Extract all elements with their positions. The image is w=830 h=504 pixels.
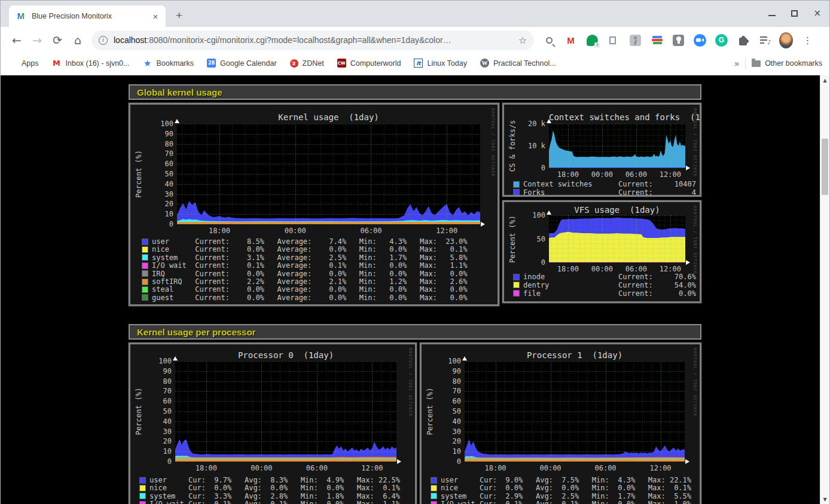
legend-text: softIRQ Current: 2.2% Average: 2.1% Min:… xyxy=(152,277,467,286)
bookmark-item-cal[interactable]: 28Google Calendar xyxy=(207,59,277,68)
x-tick-label: 18:00 xyxy=(209,227,230,235)
lt-icon: lt xyxy=(414,59,423,68)
browser-tab[interactable]: M Blue Precision Monitorix × xyxy=(9,5,166,27)
legend-text: inode Current: 70.6% xyxy=(523,273,696,281)
y-tick-label: 60 xyxy=(145,160,173,168)
legend-row: I/O wait Cur: 0.1% Avg: 0.1% Min: 0.0% M… xyxy=(140,500,400,504)
legend-row: nice Cur: 0.0% Avg: 0.0% Min: 0.0% Max: … xyxy=(431,484,691,492)
close-window-icon[interactable]: × xyxy=(813,8,821,19)
legend-swatch-irq xyxy=(142,271,148,276)
minimize-icon[interactable] xyxy=(768,15,776,16)
other-bookmarks-button[interactable]: Other bookmarks xyxy=(752,59,822,68)
window-controls: × xyxy=(768,8,821,19)
scroll-up-icon[interactable]: ▲ xyxy=(820,78,829,83)
legend-swatch-i-o-wait xyxy=(142,263,148,268)
legend-text: file Current: 0.0% xyxy=(523,289,696,298)
maximize-icon[interactable] xyxy=(791,10,798,17)
legend-row: nice Current: 0.0% Average: 0.0% Min: 0.… xyxy=(142,245,467,253)
graph-processor-0[interactable]: Processor 0 (1day)RRDTOOL / TOBI OETIKER… xyxy=(129,343,417,504)
y-tick-label: 20 k xyxy=(517,120,545,128)
puzzle-icon[interactable] xyxy=(736,33,750,47)
y-tick-label: 10 xyxy=(432,447,461,456)
chart-title: VFS usage (1day) xyxy=(549,205,685,215)
lamp-icon[interactable] xyxy=(672,33,685,47)
legend-swatch-file xyxy=(514,291,519,296)
x-tick-label: 00:00 xyxy=(539,464,561,472)
back-icon[interactable]: ← xyxy=(7,33,27,47)
wp-icon: W xyxy=(480,59,489,68)
divider xyxy=(745,58,746,69)
bookmark-item-cw[interactable]: CWComputerworld xyxy=(337,59,401,68)
forward-icon[interactable]: → xyxy=(27,33,47,47)
x-tick-label: 12:00 xyxy=(660,170,681,179)
scrollbar-thumb[interactable] xyxy=(822,139,828,195)
scroll-down-icon[interactable]: ▼ xyxy=(820,497,829,502)
star-icon: ★ xyxy=(143,59,152,68)
plot-area[interactable] xyxy=(549,215,685,262)
plot-area[interactable] xyxy=(549,124,685,168)
y-tick-label: 0 xyxy=(432,457,461,466)
legend-swatch-nice xyxy=(140,485,145,491)
bookmark-item-apps[interactable]: Apps xyxy=(8,59,39,68)
rrdtool-credit: RRDTOOL / TOBI OETIKER xyxy=(692,108,697,177)
zoom-icon[interactable] xyxy=(693,33,707,47)
y-tick-label: 70 xyxy=(432,387,461,395)
y-tick-label: 100 xyxy=(143,357,172,365)
y-tick-label: 10 k xyxy=(517,142,545,150)
home-icon[interactable]: ⌂ xyxy=(68,33,88,47)
y-tick-label: 0 xyxy=(143,457,172,466)
y-tick-label: 60 xyxy=(432,397,461,405)
voice-icon[interactable] xyxy=(585,33,599,47)
legend-swatch-system xyxy=(140,493,145,499)
bookmark-label: Linux Today xyxy=(427,59,467,68)
x-axis-arrow-icon xyxy=(685,459,689,464)
recorder-icon[interactable] xyxy=(628,33,642,47)
avatar-icon[interactable] xyxy=(779,33,793,47)
legend-text: dentry Current: 54.0% xyxy=(523,281,696,289)
legend-row: user Current: 8.5% Average: 7.4% Min: 4.… xyxy=(142,237,467,246)
bookmark-item-lt[interactable]: ltLinux Today xyxy=(414,59,467,68)
bookmark-star-icon[interactable]: ☆ xyxy=(518,35,527,46)
plot-area[interactable] xyxy=(177,124,480,224)
y-tick-label: 20 xyxy=(432,437,461,445)
bookmark-item-zdnet[interactable]: zZDNet xyxy=(290,59,324,68)
graph-context-switches-forks[interactable]: Context switches and forks (1day)RRDTOOL… xyxy=(502,103,701,197)
grammarly-icon[interactable]: G xyxy=(715,33,728,47)
playlist-icon[interactable]: ♪ xyxy=(758,33,771,47)
tab-close-icon[interactable]: × xyxy=(150,11,161,22)
graph-vfs-usage[interactable]: VFS usage (1day)RRDTOOL / TOBI OETIKERPe… xyxy=(502,200,701,303)
reload-icon[interactable]: ⟳ xyxy=(47,33,68,47)
extension-area: MG♪⋮ xyxy=(542,33,814,47)
legend-text: I/O wait Cur: 0.1% Avg: 0.1% Min: 0.0% M… xyxy=(441,500,691,504)
plot-area[interactable] xyxy=(465,361,685,462)
x-axis-arrow-icon xyxy=(397,459,401,464)
y-tick-label: 50 xyxy=(143,407,172,416)
x-tick-label: 18:00 xyxy=(484,464,506,472)
page-info-icon[interactable]: i xyxy=(99,36,108,45)
plot-area[interactable] xyxy=(175,361,396,462)
url-text[interactable]: localhost:8080/monitorix-cgi/monitorix.c… xyxy=(114,35,518,45)
gmail-icon[interactable]: M xyxy=(564,33,578,47)
graph-kernel-usage[interactable]: Kernel usage (1day)RRDTOOL / TOBI OETIKE… xyxy=(129,103,499,306)
x-tick-label: 06:00 xyxy=(625,170,647,179)
graph-processor-1[interactable]: Processor 1 (1day)RRDTOOL / TOBI OETIKER… xyxy=(420,343,701,504)
new-tab-button[interactable]: + xyxy=(176,10,182,22)
books-icon[interactable] xyxy=(650,33,664,47)
scrollbar[interactable]: ▲ ▼ xyxy=(820,75,829,504)
x-tick-label: 18:00 xyxy=(557,170,579,179)
bookmarks-overflow-icon[interactable]: » xyxy=(734,59,739,68)
bookmark-item-star[interactable]: ★Bookmarks xyxy=(143,59,194,68)
cal-icon: 28 xyxy=(207,59,216,68)
legend-swatch-inode xyxy=(514,274,519,280)
url-bar[interactable]: i localhost:8080/monitorix-cgi/monitorix… xyxy=(91,30,534,50)
bookmark-item-wp[interactable]: WPractical Technol... xyxy=(480,59,556,68)
menu-icon[interactable]: ⋮ xyxy=(801,33,814,47)
section-header-kernel-usage-per-processor: Kernel usage per processor xyxy=(129,324,701,340)
legend-row: dentry Current: 54.0% xyxy=(514,281,696,289)
y-tick-label: 20 xyxy=(143,437,172,445)
copy-icon[interactable] xyxy=(607,33,621,47)
y-axis-label: CS & forks/s xyxy=(508,120,517,172)
search-icon[interactable] xyxy=(542,33,556,47)
bookmark-item-gmail[interactable]: MInbox (16) - sjvn0... xyxy=(52,59,130,68)
y-tick-label: 90 xyxy=(143,367,172,375)
